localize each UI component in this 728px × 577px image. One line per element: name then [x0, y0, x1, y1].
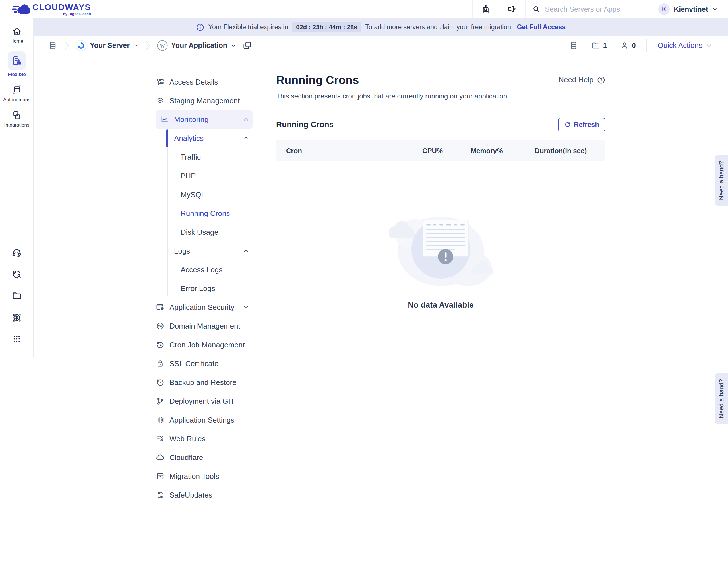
- rail-item-home[interactable]: Home: [10, 26, 23, 44]
- menu-item-analytics[interactable]: Analytics: [156, 129, 253, 148]
- trial-banner: Your Flexible trial expires in 02d : 23h…: [33, 18, 728, 36]
- projects-button[interactable]: [12, 291, 22, 301]
- cloudways-logo[interactable]: CLOUDWAYS by DigitalOcean: [12, 3, 91, 16]
- collaborators-count[interactable]: 0: [620, 41, 635, 50]
- column-duration: Duration(in sec): [516, 147, 605, 155]
- wordpress-icon: W: [157, 40, 168, 51]
- menu-label: Staging Management: [170, 97, 240, 105]
- menu-label: Cron Job Management: [170, 341, 244, 349]
- menu-item-backup-and-restore[interactable]: Backup and Restore: [156, 373, 253, 392]
- menu-item-disk-usage[interactable]: Disk Usage: [156, 223, 253, 242]
- column-cron: Cron: [277, 147, 408, 155]
- menu-item-cloudflare[interactable]: Cloudflare: [156, 448, 253, 467]
- quick-actions-button[interactable]: Quick Actions: [657, 41, 712, 50]
- menu-item-logs[interactable]: Logs: [156, 242, 253, 260]
- search-input[interactable]: [544, 5, 631, 14]
- banner-text-before: Your Flexible trial expires in: [208, 23, 288, 31]
- search-icon: [532, 5, 540, 13]
- server-list-icon[interactable]: [48, 41, 57, 50]
- need-a-hand-tab[interactable]: Need a hand?: [715, 155, 728, 206]
- top-header: CLOUDWAYS by DigitalOcean: [0, 0, 728, 19]
- menu-item-access-logs[interactable]: Access Logs: [156, 260, 253, 279]
- svg-text:W: W: [160, 43, 165, 48]
- svg-text:www: www: [158, 325, 163, 327]
- menu-item-ssl-certificate[interactable]: SSL Certificate: [156, 354, 253, 373]
- rail-item-integrations[interactable]: Integrations: [4, 110, 30, 128]
- menu-label: Application Settings: [170, 416, 234, 425]
- menu-item-staging-management[interactable]: Staging Management: [156, 91, 253, 110]
- robot-icon: [481, 4, 491, 14]
- cloudways-cloud-icon: [12, 3, 30, 15]
- www-globe-icon: www: [156, 322, 164, 330]
- column-memory: Memory%: [457, 147, 516, 155]
- menu-label: Logs: [174, 247, 190, 255]
- application-selector[interactable]: W Your Application: [157, 40, 236, 51]
- folders-count[interactable]: 1: [591, 41, 607, 50]
- announcements-button[interactable]: [499, 0, 525, 18]
- menu-item-application-settings[interactable]: Application Settings: [156, 410, 253, 429]
- chart-line-icon: [160, 115, 169, 124]
- refresh-button[interactable]: Refresh: [558, 118, 605, 131]
- dollar-circle-icon: [12, 312, 22, 323]
- get-full-access-link[interactable]: Get Full Access: [517, 23, 566, 31]
- no-data-illustration: [380, 210, 502, 295]
- menu-label: Running Crons: [181, 209, 230, 218]
- rules-list-icon: [156, 434, 164, 443]
- divider: [646, 39, 647, 52]
- browser-shield-icon: [156, 303, 164, 311]
- user-menu[interactable]: K Kienvtinet: [651, 0, 728, 18]
- people-exchange-icon: [12, 269, 22, 279]
- brand-name: CLOUDWAYS: [32, 3, 91, 11]
- rail-item-autonomous[interactable]: Autonomous: [3, 85, 30, 103]
- menu-label: MySQL: [181, 190, 205, 199]
- menu-item-error-logs[interactable]: Error Logs: [156, 279, 253, 298]
- server-selector[interactable]: Your Server: [76, 40, 139, 51]
- chevron-up-icon: [243, 248, 249, 254]
- running-crons-table: Cron CPU% Memory% Duration(in sec): [276, 140, 605, 358]
- autonomous-icon: [12, 85, 22, 95]
- menu-item-domain-management[interactable]: www Domain Management: [156, 317, 253, 335]
- menu-item-migration-tools[interactable]: Migration Tools: [156, 467, 253, 486]
- server-stack-icon[interactable]: [569, 41, 578, 50]
- gear-icon: [156, 416, 164, 424]
- rail-item-flexible[interactable]: Flexible: [8, 51, 26, 77]
- need-help-link[interactable]: Need Help: [558, 75, 605, 84]
- menu-label: Analytics: [174, 134, 204, 143]
- menu-label: SSL Certificate: [170, 359, 218, 368]
- empty-state-text: No data Available: [408, 300, 473, 309]
- layers-icon: [156, 97, 164, 105]
- menu-item-monitoring[interactable]: Monitoring: [156, 110, 253, 129]
- cloudways-app: CLOUDWAYS by DigitalOcean: [0, 0, 728, 577]
- menu-item-cron-job-management[interactable]: Cron Job Management: [156, 335, 253, 354]
- menu-item-mysql[interactable]: MySQL: [156, 185, 253, 204]
- menu-label: Disk Usage: [181, 228, 218, 237]
- open-app-icon[interactable]: [242, 41, 252, 50]
- rail-label: Home: [10, 39, 23, 44]
- apps-grid-button[interactable]: [12, 334, 22, 344]
- question-circle-icon: [597, 76, 605, 84]
- integrations-icon: [12, 110, 22, 120]
- menu-label: Deployment via GIT: [170, 397, 235, 406]
- need-a-hand-tab[interactable]: Need a hand?: [715, 373, 728, 424]
- chevron-down-icon: [706, 42, 712, 49]
- menu-item-safeupdates[interactable]: SafeUpdates: [156, 486, 253, 504]
- bot-assistant-button[interactable]: [472, 0, 499, 18]
- billing-button[interactable]: [12, 312, 22, 323]
- menu-item-php[interactable]: PHP: [156, 167, 253, 185]
- menu-item-running-crons[interactable]: Running Crons: [156, 204, 253, 223]
- menu-item-web-rules[interactable]: Web Rules: [156, 429, 253, 448]
- menu-item-deployment-via-git[interactable]: Deployment via GIT: [156, 392, 253, 410]
- menu-item-access-details[interactable]: Access Details: [156, 73, 253, 91]
- refresh-label: Refresh: [574, 121, 599, 129]
- menu-item-traffic[interactable]: Traffic: [156, 148, 253, 167]
- person-icon: [620, 41, 629, 50]
- need-help-label: Need Help: [558, 75, 594, 84]
- breadcrumb-right: 1 0 Quick Actions: [569, 39, 712, 52]
- menu-item-application-security[interactable]: Application Security: [156, 298, 253, 317]
- menu-label: Monitoring: [174, 115, 208, 124]
- section-title: Running Crons: [276, 120, 334, 129]
- support-button[interactable]: [12, 248, 22, 258]
- referral-button[interactable]: [12, 269, 22, 279]
- icon-rail: Home Flexible: [0, 18, 33, 358]
- header-actions: K Kienvtinet: [472, 0, 728, 18]
